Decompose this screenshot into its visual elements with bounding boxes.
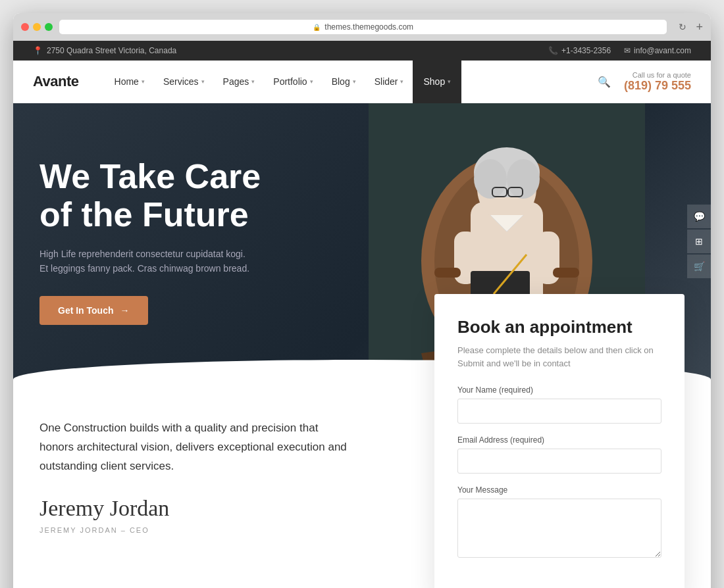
lock-icon: 🔒 [313, 24, 321, 31]
message-textarea[interactable] [457, 499, 661, 558]
main-section: One Construction builds with a quality a… [13, 380, 711, 588]
chevron-down-icon: ▾ [142, 78, 145, 85]
appointment-card: Book an appointment Please complete the … [434, 294, 685, 588]
main-content-left: One Construction builds with a quality a… [13, 380, 382, 588]
new-tab-button[interactable]: + [696, 20, 703, 34]
email-contact: ✉ info@avant.com [624, 46, 691, 55]
sidebar-icons: 💬 ⊞ 🛒 [687, 205, 711, 278]
nav-item-shop[interactable]: Shop ▾ [413, 61, 461, 103]
message-label: Your Message [457, 485, 661, 495]
close-button[interactable] [21, 23, 29, 31]
nav-menu: Home ▾ Services ▾ Pages ▾ Portfolio ▾ Bl… [105, 61, 598, 103]
nav-item-services[interactable]: Services ▾ [154, 61, 214, 103]
name-field-group: Your Name (required) [457, 385, 661, 424]
top-bar-address: 📍 2750 Quadra Street Victoria, Canada [33, 46, 176, 55]
main-description: One Construction builds with a quality a… [39, 419, 355, 476]
location-icon: 📍 [33, 46, 43, 55]
chevron-down-icon: ▾ [448, 78, 451, 85]
hero-content: We Take Care of the Future High Life rep… [13, 158, 287, 324]
email-label: Email Address (required) [457, 435, 661, 445]
name-input[interactable] [457, 399, 661, 424]
reload-button[interactable]: ↻ [679, 22, 686, 32]
chevron-down-icon: ▾ [400, 78, 403, 85]
email-icon: ✉ [624, 46, 631, 55]
phone-icon: 📞 [548, 46, 558, 55]
chat-icon[interactable]: 💬 [687, 205, 711, 228]
url-bar[interactable]: 🔒 themes.themegoods.com [59, 20, 667, 34]
email-field-group: Email Address (required) [457, 435, 661, 474]
hero-subtitle: High Life reprehenderit consectetur cupi… [39, 247, 250, 276]
nav-item-portfolio[interactable]: Portfolio ▾ [264, 61, 322, 103]
nav-logo[interactable]: Avante [33, 73, 79, 90]
cart-icon[interactable]: 🛒 [687, 255, 711, 278]
svg-rect-17 [553, 268, 579, 278]
email-input[interactable] [457, 449, 661, 474]
arrow-icon: → [120, 305, 130, 316]
nav-item-slider[interactable]: Slider ▾ [365, 61, 413, 103]
get-in-touch-button[interactable]: Get In Touch → [39, 296, 148, 325]
grid-icon[interactable]: ⊞ [687, 230, 711, 253]
chevron-down-icon: ▾ [201, 78, 205, 85]
url-text: themes.themegoods.com [324, 22, 413, 32]
phone-contact: 📞 +1-3435-2356 [548, 46, 611, 55]
nav-cta: Call us for a quote (819) 79 555 [624, 71, 691, 93]
chevron-down-icon: ▾ [251, 78, 255, 85]
ceo-label: Jeremy Jordan – CEO [39, 526, 355, 534]
chevron-down-icon: ▾ [310, 78, 313, 85]
navigation: Avante Home ▾ Services ▾ Pages ▾ Portfol… [13, 61, 711, 103]
browser-window: 🔒 themes.themegoods.com ↻ + 📍 2750 Quadr… [13, 13, 711, 588]
message-field-group: Your Message [457, 485, 661, 560]
browser-chrome: 🔒 themes.themegoods.com ↻ + [13, 13, 711, 41]
signature: Jeremy Jordan [39, 496, 355, 521]
window-controls [21, 23, 53, 31]
nav-item-pages[interactable]: Pages ▾ [214, 61, 265, 103]
svg-point-6 [474, 159, 507, 199]
nav-item-blog[interactable]: Blog ▾ [323, 61, 365, 103]
top-bar: 📍 2750 Quadra Street Victoria, Canada 📞 … [13, 41, 711, 61]
nav-item-home[interactable]: Home ▾ [105, 61, 154, 103]
svg-rect-16 [434, 268, 461, 278]
maximize-button[interactable] [45, 23, 53, 31]
chevron-down-icon: ▾ [353, 78, 356, 85]
search-button[interactable]: 🔍 [598, 76, 611, 88]
appointment-subtitle: Please complete the details below and th… [457, 344, 661, 370]
name-label: Your Name (required) [457, 385, 661, 395]
appointment-title: Book an appointment [457, 317, 661, 337]
hero-title: We Take Care of the Future [39, 158, 261, 233]
minimize-button[interactable] [33, 23, 41, 31]
top-bar-contact: 📞 +1-3435-2356 ✉ info@avant.com [548, 46, 691, 55]
